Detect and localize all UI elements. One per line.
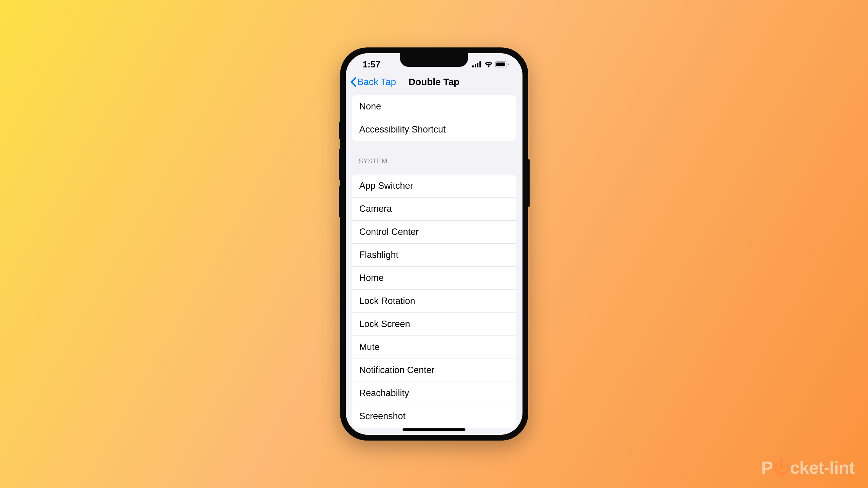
svg-rect-5 xyxy=(496,63,505,66)
chevron-left-icon xyxy=(350,77,357,87)
option-notification-center[interactable]: Notification Center xyxy=(352,359,516,382)
option-none[interactable]: None xyxy=(352,95,516,118)
svg-rect-2 xyxy=(477,63,478,67)
volume-up-button xyxy=(339,149,340,180)
watermark: P⏻cket-lint xyxy=(761,458,854,478)
option-screenshot[interactable]: Screenshot xyxy=(352,405,516,428)
svg-rect-6 xyxy=(508,63,509,65)
watermark-suffix: cket-lint xyxy=(790,458,854,478)
home-indicator[interactable] xyxy=(403,428,466,431)
phone-frame: 1:57 xyxy=(340,47,528,441)
battery-icon xyxy=(495,61,509,67)
back-button[interactable]: Back Tap xyxy=(350,77,396,87)
watermark-prefix: P xyxy=(761,458,773,478)
nav-bar: Back Tap Double Tap xyxy=(346,72,522,92)
option-flashlight[interactable]: Flashlight xyxy=(352,244,516,267)
phone-screen: 1:57 xyxy=(346,53,522,435)
phone-notch xyxy=(400,53,468,67)
svg-rect-0 xyxy=(472,65,474,67)
status-time: 1:57 xyxy=(363,59,380,70)
svg-rect-3 xyxy=(479,61,481,67)
list-group-system: App Switcher Camera Control Center Flash… xyxy=(352,175,516,428)
back-label: Back Tap xyxy=(357,77,396,87)
watermark-power-icon: ⏻ xyxy=(773,458,790,478)
status-icons xyxy=(472,61,509,67)
option-home[interactable]: Home xyxy=(352,267,516,290)
option-control-center[interactable]: Control Center xyxy=(352,221,516,244)
section-header-system: SYSTEM xyxy=(352,157,516,165)
svg-rect-1 xyxy=(475,64,476,67)
volume-down-button xyxy=(339,186,340,217)
nav-title: Double Tap xyxy=(409,77,459,87)
option-lock-rotation[interactable]: Lock Rotation xyxy=(352,290,516,313)
option-app-switcher[interactable]: App Switcher xyxy=(352,175,516,198)
option-lock-screen[interactable]: Lock Screen xyxy=(352,313,516,336)
option-camera[interactable]: Camera xyxy=(352,198,516,221)
mute-switch xyxy=(339,122,340,139)
settings-content[interactable]: None Accessibility Shortcut SYSTEM App S… xyxy=(346,92,522,435)
option-mute[interactable]: Mute xyxy=(352,336,516,359)
cellular-icon xyxy=(472,61,482,67)
option-accessibility-shortcut[interactable]: Accessibility Shortcut xyxy=(352,118,516,141)
power-button xyxy=(528,159,530,207)
option-reachability[interactable]: Reachability xyxy=(352,382,516,405)
wifi-icon xyxy=(484,61,493,67)
list-group-general: None Accessibility Shortcut xyxy=(352,95,516,141)
